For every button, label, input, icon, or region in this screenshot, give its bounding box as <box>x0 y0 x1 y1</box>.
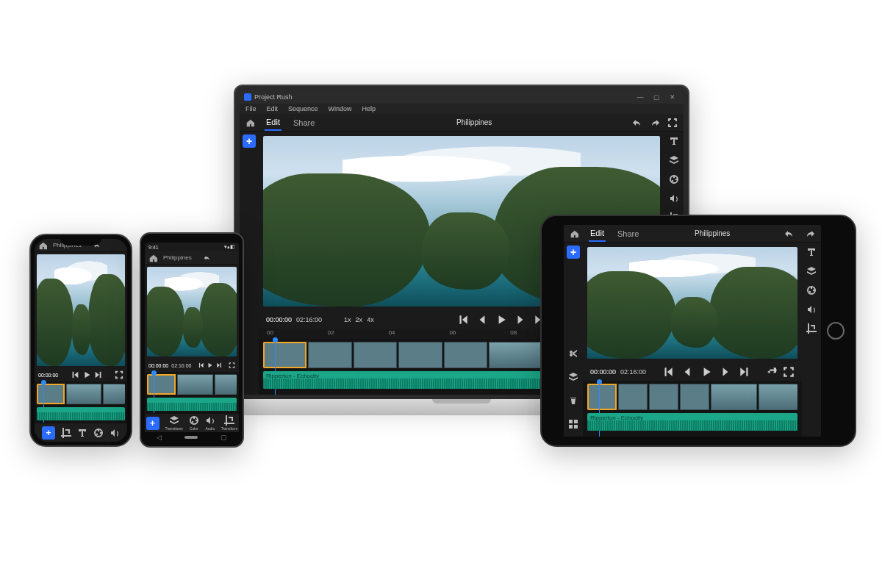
add-media-button[interactable]: + <box>243 135 256 148</box>
audio-tool-icon[interactable] <box>669 193 679 204</box>
video-preview[interactable] <box>587 247 797 359</box>
skip-end-icon[interactable] <box>739 366 750 378</box>
menu-help[interactable]: Help <box>362 105 376 112</box>
home-icon[interactable] <box>245 118 254 127</box>
tool-title[interactable] <box>77 428 87 438</box>
redo-icon[interactable] <box>805 229 815 239</box>
timeline[interactable] <box>145 372 239 413</box>
undo-icon[interactable] <box>784 229 795 239</box>
home-icon[interactable] <box>570 229 578 238</box>
crop-tool-icon[interactable] <box>806 323 817 334</box>
transitions-tool-icon[interactable] <box>669 155 679 165</box>
tool-color[interactable]: Color <box>189 415 199 431</box>
tab-share[interactable]: Share <box>292 115 316 130</box>
android-recents-button[interactable]: ▢ <box>220 434 227 441</box>
audio-track[interactable] <box>147 398 237 411</box>
play-icon[interactable] <box>495 314 507 326</box>
video-clip[interactable] <box>177 374 213 395</box>
trash-icon[interactable] <box>568 395 578 406</box>
video-clip[interactable] <box>215 374 237 395</box>
skip-start-icon[interactable] <box>198 361 204 370</box>
tool-audio[interactable] <box>110 428 120 438</box>
video-clip[interactable] <box>66 384 101 404</box>
fullscreen-icon[interactable] <box>783 366 795 378</box>
video-clip[interactable] <box>37 384 65 404</box>
video-clip[interactable] <box>489 342 548 368</box>
play-icon[interactable] <box>82 370 91 379</box>
home-icon[interactable] <box>38 241 47 250</box>
tab-edit[interactable]: Edit <box>589 226 606 242</box>
skip-start-icon[interactable] <box>71 370 79 379</box>
rate-2x[interactable]: 2x <box>356 316 363 323</box>
fullscreen-icon[interactable] <box>115 370 123 379</box>
rate-4x[interactable]: 4x <box>367 316 374 323</box>
track-toggle-icon[interactable] <box>568 372 578 382</box>
window-close-button[interactable]: ✕ <box>666 93 679 101</box>
loop-icon[interactable] <box>767 366 778 378</box>
menu-file[interactable]: File <box>245 105 257 112</box>
video-clip[interactable] <box>711 384 757 410</box>
home-icon[interactable] <box>148 254 157 262</box>
video-clip[interactable] <box>147 374 176 395</box>
menu-window[interactable]: Window <box>329 105 352 112</box>
add-media-button[interactable]: + <box>42 426 55 440</box>
tablet-home-button[interactable] <box>827 322 845 340</box>
tool-audio[interactable]: Audio <box>205 415 215 431</box>
tab-share[interactable]: Share <box>616 226 640 241</box>
color-tool-icon[interactable] <box>806 285 817 295</box>
tool-crop[interactable] <box>61 428 71 438</box>
skip-start-icon[interactable] <box>662 366 674 378</box>
video-preview[interactable] <box>147 267 237 356</box>
rate-1x[interactable]: 1x <box>344 316 351 323</box>
title-tool-icon[interactable] <box>806 247 817 257</box>
timeline[interactable] <box>35 381 127 423</box>
tool-transform[interactable]: Transform <box>221 415 238 431</box>
step-forward-icon[interactable] <box>514 314 526 326</box>
undo-icon[interactable] <box>204 254 211 262</box>
skip-end-icon[interactable] <box>216 361 223 370</box>
android-home-button[interactable] <box>184 436 198 439</box>
video-clip[interactable] <box>759 384 797 410</box>
android-back-button[interactable]: ◁ <box>157 434 162 441</box>
tool-transitions[interactable]: Transitions <box>165 415 183 431</box>
video-clip[interactable] <box>263 342 306 368</box>
video-clip[interactable] <box>587 384 617 410</box>
undo-icon[interactable] <box>632 118 642 128</box>
tab-edit[interactable]: Edit <box>265 115 282 131</box>
video-clip[interactable] <box>398 342 442 368</box>
play-icon[interactable] <box>207 361 213 370</box>
step-forward-icon[interactable] <box>720 366 731 378</box>
video-clip[interactable] <box>308 342 351 368</box>
title-tool-icon[interactable] <box>669 136 679 146</box>
timeline[interactable]: Ripperton - Echocity <box>583 381 802 437</box>
window-maximize-button[interactable]: ▢ <box>650 93 663 101</box>
fullscreen-icon[interactable] <box>667 118 678 128</box>
skip-end-icon[interactable] <box>94 370 103 379</box>
add-media-button[interactable]: + <box>146 417 159 430</box>
window-minimize-button[interactable]: — <box>634 93 647 101</box>
video-clip[interactable] <box>680 384 709 410</box>
transitions-tool-icon[interactable] <box>806 266 817 276</box>
video-clip[interactable] <box>649 384 678 410</box>
add-media-button[interactable]: + <box>567 245 580 259</box>
skip-start-icon[interactable] <box>457 314 469 326</box>
color-tool-icon[interactable] <box>669 174 679 184</box>
play-icon[interactable] <box>700 366 712 378</box>
scissors-icon[interactable] <box>568 348 578 359</box>
audio-track[interactable] <box>37 407 125 420</box>
video-preview[interactable] <box>37 254 125 366</box>
video-clip[interactable] <box>103 384 125 404</box>
menu-edit[interactable]: Edit <box>267 105 279 112</box>
video-clip[interactable] <box>618 384 648 410</box>
step-back-icon[interactable] <box>681 366 693 378</box>
grid-icon[interactable] <box>568 419 578 429</box>
menu-sequence[interactable]: Sequence <box>288 105 318 112</box>
video-clip[interactable] <box>444 342 487 368</box>
audio-track[interactable]: Ripperton - Echocity <box>587 413 797 431</box>
tool-color[interactable] <box>93 428 104 438</box>
audio-tool-icon[interactable] <box>806 304 817 315</box>
redo-icon[interactable] <box>650 118 660 128</box>
step-back-icon[interactable] <box>476 314 488 326</box>
fullscreen-icon[interactable] <box>229 361 235 370</box>
video-clip[interactable] <box>354 342 397 368</box>
